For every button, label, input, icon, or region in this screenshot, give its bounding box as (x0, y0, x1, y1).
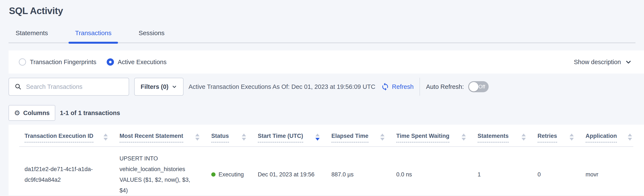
toggle-state-label: Off (478, 84, 485, 90)
active-tab-indicator (68, 42, 118, 44)
sort-icon[interactable] (380, 134, 384, 141)
transactions-table: Transaction Execution ID Most Recent Sta… (19, 125, 633, 195)
page-title: SQL Activity (9, 5, 644, 16)
tab-transactions[interactable]: Transactions (75, 29, 112, 42)
filters-button[interactable]: Filters (0) (134, 78, 184, 96)
as-of-timestamp: Active Transaction Executions As Of: Dec… (189, 83, 375, 90)
search-input[interactable] (26, 83, 124, 91)
toolbar: Filters (0) Active Transaction Execution… (8, 78, 644, 96)
radio-transaction-fingerprints[interactable]: Transaction Fingerprints (19, 58, 96, 66)
cell-status: Executing (211, 147, 258, 195)
column-header-elapsed-time[interactable]: Elapsed Time (332, 133, 368, 143)
status-label: Executing (218, 169, 244, 180)
cell-most-recent-statement: UPSERT INTO vehicle_location_histories V… (120, 147, 211, 195)
show-description-label: Show description (574, 59, 621, 66)
sort-icon[interactable] (522, 134, 526, 141)
transactions-table-card: Transaction Execution ID Most Recent Sta… (8, 125, 644, 195)
cell-execution-id: da1f21e2-de71-4c1f-a1da-dc9fc94a84a2 (19, 147, 120, 195)
sort-icon[interactable] (462, 134, 466, 141)
cell-start-time: Dec 01, 2023 at 19:56 (258, 147, 332, 195)
view-mode-card: Transaction Fingerprints Active Executio… (8, 50, 644, 73)
auto-refresh-label: Auto Refresh: (426, 83, 464, 90)
refresh-button[interactable]: Refresh (381, 82, 414, 91)
column-header-transaction-execution-id[interactable]: Transaction Execution ID (24, 133, 94, 143)
radio-label: Transaction Fingerprints (30, 59, 96, 66)
status-executing-icon (211, 172, 216, 177)
search-icon (14, 83, 22, 90)
tab-bar: Statements Transactions Sessions (8, 29, 636, 43)
cell-statements: 1 (478, 147, 538, 195)
sort-icon[interactable] (104, 134, 108, 141)
divider (420, 78, 420, 96)
columns-button[interactable]: ⚙ Columns (8, 105, 55, 121)
column-header-application[interactable]: Application (586, 133, 617, 143)
sort-icon-active-desc[interactable] (316, 134, 320, 141)
table-row: da1f21e2-de71-4c1f-a1da-dc9fc94a84a2 UPS… (19, 147, 633, 195)
tab-sessions[interactable]: Sessions (138, 29, 164, 42)
columns-label: Columns (23, 110, 50, 117)
cell-retries: 0 (538, 147, 586, 195)
column-header-most-recent-statement[interactable]: Most Recent Statement (120, 133, 183, 143)
refresh-icon (381, 82, 390, 91)
sort-icon[interactable] (570, 134, 574, 141)
column-header-time-spent-waiting[interactable]: Time Spent Waiting (396, 133, 450, 143)
column-header-retries[interactable]: Retries (538, 133, 557, 143)
chevron-down-icon (625, 58, 632, 66)
radio-selected-icon[interactable] (107, 58, 114, 66)
table-controls: ⚙ Columns 1-1 of 1 transactions (8, 105, 644, 121)
chevron-down-icon (172, 84, 177, 89)
search-box[interactable] (8, 78, 129, 96)
results-count: 1-1 of 1 transactions (60, 110, 120, 117)
table-header-row: Transaction Execution ID Most Recent Sta… (19, 125, 633, 147)
refresh-label: Refresh (392, 83, 414, 90)
radio-label: Active Executions (118, 59, 167, 66)
tab-statements[interactable]: Statements (16, 29, 48, 42)
radio-active-executions[interactable]: Active Executions (107, 58, 167, 66)
cell-time-spent-waiting: 0.0 ns (396, 147, 478, 195)
show-description-toggle[interactable]: Show description (574, 58, 632, 66)
sort-icon[interactable] (242, 134, 246, 141)
sort-icon[interactable] (195, 134, 200, 141)
toggle-knob[interactable] (469, 82, 478, 91)
column-header-statements[interactable]: Statements (478, 133, 509, 143)
cell-application: movr (586, 147, 633, 195)
auto-refresh-toggle[interactable]: Off (468, 81, 489, 92)
column-header-status[interactable]: Status (211, 133, 229, 143)
filters-label: Filters (0) (140, 83, 168, 90)
sort-icon[interactable] (628, 134, 632, 141)
cell-elapsed-time: 887.0 µs (332, 147, 396, 195)
gear-icon: ⚙ (14, 109, 20, 117)
column-header-start-time[interactable]: Start Time (UTC) (258, 133, 303, 143)
radio-unselected-icon[interactable] (19, 58, 26, 66)
